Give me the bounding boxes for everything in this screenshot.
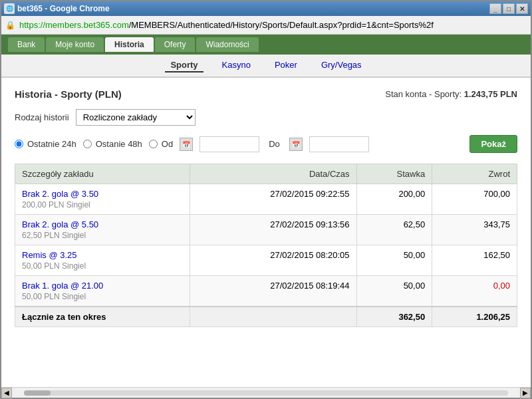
close-button[interactable]: ✕ <box>516 3 528 14</box>
zwrot-cell: 162,50 <box>432 245 517 276</box>
col-header-stawka: Stawka <box>356 164 432 184</box>
balance-display: Stan konta - Sporty: 1.243,75 PLN <box>385 89 517 99</box>
bet-table: Szczegóły zakładu Data/Czas Stawka Zwrot… <box>15 164 517 327</box>
balance-value: 1.243,75 PLN <box>464 89 517 99</box>
do-label: Do <box>269 139 280 149</box>
lock-icon: 🔒 <box>5 21 15 30</box>
rodzaj-select[interactable]: Rozliczone zakłady Otwarte zakłady Wszys… <box>76 109 196 126</box>
bet-sub-label: 50,00 PLN Singiel <box>22 292 183 301</box>
scrollbar-thumb[interactable] <box>24 390 51 396</box>
page-header: Historia - Sporty (PLN) Stan konta - Spo… <box>15 88 517 100</box>
col-header-szczegoly: Szczegóły zakładu <box>15 164 190 184</box>
datetime-cell: 27/02/2015 08:20:05 <box>190 245 356 276</box>
maximize-button[interactable]: □ <box>503 3 515 14</box>
table-row: Brak 1. gola @ 21.0050,00 PLN Singiel27/… <box>15 276 517 307</box>
nav-tab-moje-konto[interactable]: Moje konto <box>46 37 104 52</box>
url-green: https://members.bet365.com <box>19 20 129 30</box>
bet-details-cell: Remis @ 3.2550,00 PLN Singiel <box>15 245 190 276</box>
bet-details-cell: Brak 2. gola @ 3.50200,00 PLN Singiel <box>15 184 190 215</box>
zwrot-cell: 343,75 <box>432 215 517 245</box>
col-header-datetime: Data/Czas <box>190 164 356 184</box>
summary-zwrot: 1.206,25 <box>432 307 517 327</box>
bet-link[interactable]: Brak 2. gola @ 3.50 <box>22 189 98 199</box>
radio-24h[interactable]: Ostatnie 24h <box>15 139 76 149</box>
stawka-cell: 50,00 <box>356 276 432 307</box>
table-row: Remis @ 3.2550,00 PLN Singiel27/02/2015 … <box>15 245 517 276</box>
summary-spacer <box>190 307 356 327</box>
calendar-from-icon[interactable]: 📅 <box>180 138 193 151</box>
table-header-row: Szczegóły zakładu Data/Czas Stawka Zwrot <box>15 164 517 184</box>
browser-icon: 🌐 <box>4 3 15 14</box>
zwrot-cell: 0,00 <box>432 276 517 307</box>
bet-sub-label: 50,00 PLN Singiel <box>22 261 183 271</box>
content-area: Historia - Sporty (PLN) Stan konta - Spo… <box>1 78 531 387</box>
col-header-zwrot: Zwrot <box>432 164 517 184</box>
page-title: Historia - Sporty (PLN) <box>15 88 122 100</box>
bet-sub-label: 62,50 PLN Singiel <box>22 231 183 240</box>
scroll-right-arrow[interactable]: ▶ <box>520 388 531 398</box>
balance-label: Stan konta - Sporty: <box>385 89 462 99</box>
rodzaj-label: Rodzaj historii <box>15 112 69 122</box>
nav-tab-wiadomosci[interactable]: Wiadomości <box>196 37 258 52</box>
stawka-cell: 200,00 <box>356 184 432 215</box>
radio-48h-input[interactable] <box>83 140 92 148</box>
datetime-cell: 27/02/2015 09:22:55 <box>190 184 356 215</box>
zwrot-cell: 700,00 <box>432 184 517 215</box>
summary-stawka: 362,50 <box>356 307 432 327</box>
bet-sub-label: 200,00 PLN Singiel <box>22 200 183 209</box>
url-black: /MEMBERS/Authenticated/History/Sports/De… <box>129 20 434 30</box>
nav-tab-oferty[interactable]: Oferty <box>155 37 196 52</box>
calendar-to-icon[interactable]: 📅 <box>289 138 303 151</box>
address-bar: 🔒 https://members.bet365.com/MEMBERS/Aut… <box>1 16 531 35</box>
stawka-cell: 62,50 <box>356 215 432 245</box>
radio-od-input[interactable] <box>149 140 158 148</box>
nav-bar: Bank Moje konto Historia Oferty Wiadomoś… <box>1 35 531 55</box>
radio-48h-label: Ostanie 48h <box>96 139 142 149</box>
date-from-input[interactable] <box>200 136 259 152</box>
sub-tab-sporty[interactable]: Sporty <box>165 59 203 72</box>
bet-link[interactable]: Remis @ 3.25 <box>22 250 77 260</box>
scrollbar-track[interactable] <box>24 390 508 396</box>
filter-row: Rodzaj historii Rozliczone zakłady Otwar… <box>15 109 517 126</box>
table-row: Brak 2. gola @ 3.50200,00 PLN Singiel27/… <box>15 184 517 215</box>
bet-link[interactable]: Brak 2. gola @ 5.50 <box>22 219 98 229</box>
bet-link[interactable]: Brak 1. gola @ 21.00 <box>22 281 103 291</box>
window-controls[interactable]: _ □ ✕ <box>489 3 528 14</box>
sub-tab-kasyno[interactable]: Kasyno <box>217 59 256 72</box>
sub-tab-gry-vegas[interactable]: Gry/Vegas <box>316 59 367 72</box>
radio-24h-label: Ostatnie 24h <box>27 139 76 149</box>
window-title: bet365 - Google Chrome <box>17 4 110 13</box>
date-to-input[interactable] <box>309 136 369 152</box>
scroll-left-arrow[interactable]: ◀ <box>1 388 12 398</box>
radio-24h-input[interactable] <box>15 140 23 148</box>
radio-od[interactable]: Od <box>149 139 173 149</box>
title-bar: 🌐 bet365 - Google Chrome _ □ ✕ <box>1 1 531 16</box>
datetime-cell: 27/02/2015 09:13:56 <box>190 215 356 245</box>
stawka-cell: 50,00 <box>356 245 432 276</box>
nav-tab-historia[interactable]: Historia <box>105 37 154 52</box>
show-button[interactable]: Pokaż <box>469 135 517 153</box>
radio-48h[interactable]: Ostanie 48h <box>83 139 142 149</box>
bet-details-cell: Brak 1. gola @ 21.0050,00 PLN Singiel <box>15 276 190 307</box>
nav-tab-bank[interactable]: Bank <box>8 37 45 52</box>
horizontal-scrollbar: ◀ ▶ <box>1 387 531 398</box>
date-filter-row: Ostatnie 24h Ostanie 48h Od 📅 Do 📅 Pokaż <box>15 135 517 153</box>
summary-row: Łącznie za ten okres362,501.206,25 <box>15 307 517 327</box>
table-row: Brak 2. gola @ 5.5062,50 PLN Singiel27/0… <box>15 215 517 245</box>
summary-label: Łącznie za ten okres <box>15 307 190 327</box>
sub-tabs: Sporty Kasyno Poker Gry/Vegas <box>1 55 531 78</box>
od-label: Od <box>162 139 173 149</box>
address-url[interactable]: https://members.bet365.com/MEMBERS/Authe… <box>19 20 434 30</box>
window: 🌐 bet365 - Google Chrome _ □ ✕ 🔒 https:/… <box>0 0 532 399</box>
sub-tab-poker[interactable]: Poker <box>269 59 303 72</box>
datetime-cell: 27/02/2015 08:19:44 <box>190 276 356 307</box>
bet-details-cell: Brak 2. gola @ 5.5062,50 PLN Singiel <box>15 215 190 245</box>
minimize-button[interactable]: _ <box>489 3 501 14</box>
